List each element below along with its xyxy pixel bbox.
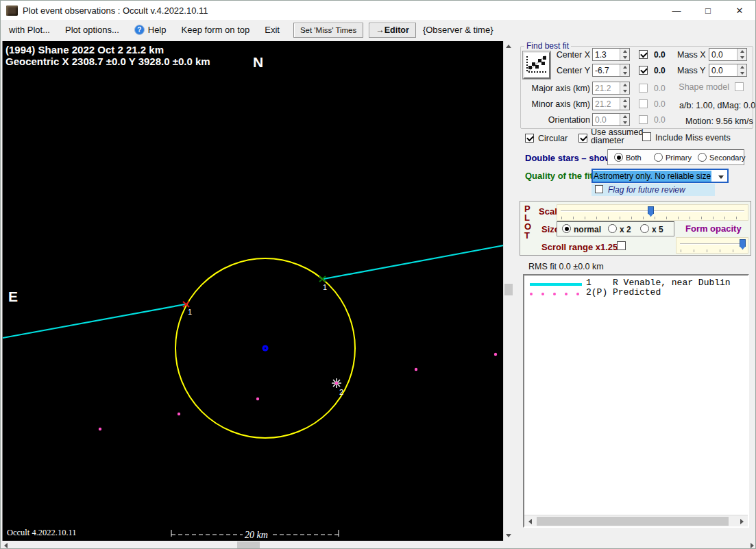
double-primary-radio[interactable] [654,153,663,162]
shape-model-checkbox [735,82,744,91]
legend-predicted-dot [565,293,568,295]
form-opacity-label: Form opacity [685,223,742,234]
spin-down-icon [620,88,629,95]
center-y-value[interactable]: -6.7 [593,64,620,76]
dropdown-arrow-icon[interactable] [718,171,724,181]
form-opacity-slider[interactable] [676,237,748,254]
menu-help-label: Help [148,25,167,35]
legend-list[interactable]: 1 R Venable, near Dublin 2(P) Predicted [523,274,749,528]
mass-y-input[interactable]: 0.0 [709,64,747,77]
major-axis-err-value: 0.0 [654,84,666,93]
assumed-diameter-checkbox[interactable] [578,134,587,143]
spin-up-icon[interactable] [737,64,746,71]
size-x2-radio[interactable] [608,224,617,233]
observer-time-label: {Observer & time} [423,25,493,35]
chord1-post-event-track [324,245,504,279]
mass-x-value[interactable]: 0.0 [709,49,737,60]
scale-slider-thumb[interactable] [648,206,654,217]
menu-help[interactable]: ? Help [134,25,167,35]
center-y-input[interactable]: -6.7 [592,64,630,77]
size-normal-radio[interactable] [562,224,571,233]
opacity-slider-groove [680,243,744,245]
plot-canvas[interactable]: (1994) Shane 2022 Oct 2 21.2 km Geocentr… [2,41,503,541]
center-x-err-checkbox[interactable] [639,50,648,59]
opacity-slider-thumb[interactable] [740,239,746,249]
include-miss-checkbox[interactable] [642,132,651,141]
spin-up-icon[interactable] [620,64,629,71]
legend-entry-1[interactable]: 1 R Venable, near Dublin [586,278,731,288]
circular-label: Circular [538,134,568,143]
mass-y-label: Mass Y [677,66,705,75]
scroll-right-icon[interactable] [747,541,756,549]
scroll-left-icon[interactable] [525,516,535,526]
plot-letter-t: T [524,230,530,241]
legend-entry-2[interactable]: 2(P) Predicted [586,287,661,297]
scale-slider-ticks [561,217,744,219]
spin-down-icon[interactable] [620,55,629,61]
center-y-err-checkbox[interactable] [639,66,648,75]
menu-bar: with Plot... Plot options... ? Help Keep… [1,20,755,40]
mass-x-input[interactable]: 0.0 [709,48,747,61]
east-label: E [8,289,18,304]
scroll-right-icon[interactable] [737,516,747,526]
minimize-button[interactable]: — [661,1,692,20]
circular-checkbox[interactable] [525,134,534,143]
include-miss-label: Include Miss events [655,133,731,143]
north-label: N [253,54,263,70]
menu-exit[interactable]: Exit [265,22,280,38]
title-bar: Plot event observations : Occult v.4.202… [1,1,755,20]
scroll-range-checkbox[interactable] [617,241,626,250]
center-y-label: Center Y [526,66,590,75]
size-x2-label: x 2 [620,225,631,234]
spin-down-icon[interactable] [620,71,629,77]
vertical-scroll-thumb[interactable] [504,284,513,295]
legend-scroll-thumb[interactable] [537,517,729,526]
minor-axis-err-value: 0.0 [654,99,666,109]
scroll-down-icon[interactable] [504,530,513,541]
size-x5-label: x 5 [652,225,663,234]
menu-with-plot[interactable]: with Plot... [9,22,50,38]
legend-predicted-dot [553,293,556,295]
center-x-input[interactable]: 1.3 [592,48,630,61]
major-axis-input: 21.2 [592,82,630,95]
center-x-label: Center X [526,50,590,60]
mass-y-value[interactable]: 0.0 [709,64,737,76]
spin-up-icon [620,114,629,120]
flag-review-checkbox[interactable] [595,185,603,193]
scale-slider[interactable] [557,204,748,221]
scroll-up-icon[interactable] [504,41,513,51]
chord1-pre-event-track [3,304,185,338]
double-stars-label: Double stars – show [525,153,611,163]
orientation-label: Orientation [526,115,590,125]
close-button[interactable]: ✕ [724,1,755,20]
window-controls: — □ ✕ [661,1,755,20]
predicted-midpoint-center [335,382,339,385]
spin-up-icon[interactable] [737,49,746,55]
plot-vertical-scrollbar[interactable] [503,41,513,541]
quality-label: Quality of the fit [525,171,593,181]
size-normal-label: normal [574,225,601,234]
set-miss-times-button[interactable]: Set 'Miss' Times [293,23,363,38]
double-secondary-radio[interactable] [698,153,707,162]
horizontal-scroll-thumb[interactable] [237,541,260,549]
double-both-radio[interactable] [614,153,623,162]
menu-keep-on-top[interactable]: Keep form on top [182,22,250,38]
app-window: Plot event observations : Occult v.4.202… [0,0,756,549]
spin-up-icon[interactable] [620,49,629,55]
chord1-disappear-label: 1 [188,308,192,316]
legend-horizontal-scrollbar[interactable] [524,515,748,526]
bottom-horizontal-scrollbar[interactable] [1,541,756,549]
spin-down-icon [620,120,629,126]
menu-plot-options[interactable]: Plot options... [65,22,119,38]
orientation-err-value: 0.0 [654,115,666,125]
predicted-point-label: 2 [339,388,343,396]
center-x-value[interactable]: 1.3 [593,49,620,60]
editor-button[interactable]: →Editor [369,23,416,38]
quality-combobox[interactable]: Astrometry only. No reliable size [592,169,729,183]
scroll-left-icon[interactable] [1,541,10,549]
chord1-reappear-label: 1 [323,283,327,291]
maximize-button[interactable]: □ [692,1,724,20]
size-x5-radio[interactable] [640,224,649,233]
spin-down-icon[interactable] [737,71,746,77]
spin-down-icon[interactable] [737,55,746,61]
